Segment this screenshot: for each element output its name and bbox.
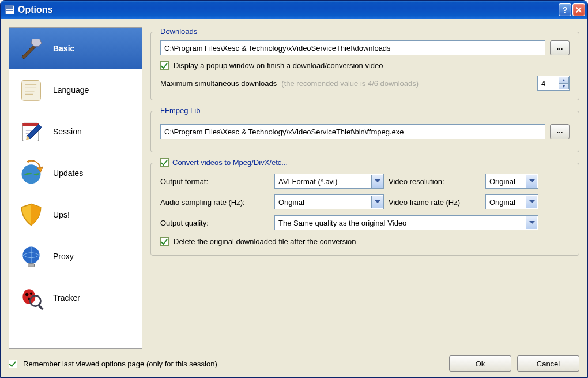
output-quality-label: Output quality: [160,219,270,227]
output-format-select[interactable]: AVI Format (*.avi) [274,174,384,189]
help-button[interactable]: ? [559,3,571,16]
svg-point-7 [30,292,33,295]
sidebar-item-session[interactable]: Session [9,111,142,152]
max-downloads-value[interactable] [538,79,557,88]
chevron-down-icon [526,196,537,208]
convert-group: Convert videos to Mpeg/DivX/etc... Outpu… [150,163,579,256]
video-frame-rate-select[interactable]: Original [485,194,538,209]
options-panel: Downloads ... Display a popup window on … [150,27,579,349]
video-resolution-value: Original [489,177,525,186]
ffmpeg-browse-button[interactable]: ... [550,124,570,139]
spinner-down-icon[interactable]: ▼ [559,83,569,89]
audio-rate-value: Original [278,198,371,207]
video-frame-rate-value: Original [489,198,525,207]
footer: Remember last viewed options page (only … [9,349,579,372]
convert-checkbox[interactable] [160,158,169,167]
ffmpeg-path-input[interactable] [160,124,545,139]
chevron-down-icon [526,175,537,188]
sidebar-item-basic[interactable]: Basic [9,28,142,69]
svg-rect-1 [22,123,38,126]
video-resolution-label: Video resolution: [389,177,481,186]
downloads-path-input[interactable] [160,40,545,55]
delete-original-label: Delete the original downloaded file afte… [174,237,356,246]
close-button[interactable] [572,3,585,16]
cancel-button[interactable]: Cancel [517,355,579,372]
globe-network-icon [17,242,45,270]
max-downloads-hint: (the recomended value is 4/6 downloads) [281,79,419,88]
chevron-down-icon [371,175,383,188]
shield-icon [17,201,45,229]
window-title: Options [18,5,559,15]
sidebar-item-label: Language [53,85,89,95]
spinner-up-icon[interactable]: ▲ [559,77,569,83]
max-downloads-spinner[interactable]: ▲ ▼ [537,76,570,91]
remember-checkbox[interactable] [9,360,17,368]
app-icon [5,5,14,14]
hammer-icon [17,35,45,62]
output-format-label: Output format: [160,177,270,186]
sidebar-item-label: Updates [53,169,83,178]
sidebar-item-language[interactable]: Language [9,69,142,111]
sidebar-item-label: Tracker [53,293,80,302]
audio-rate-select[interactable]: Original [274,194,384,209]
ok-button[interactable]: Ok [449,355,511,372]
bug-magnifier-icon [17,284,45,312]
svg-point-6 [25,293,28,297]
convert-title-label: Convert videos to Mpeg/DivX/etc... [172,158,288,167]
ffmpeg-group: FFmpeg Lib ... [150,111,579,152]
convert-group-title: Convert videos to Mpeg/DivX/etc... [157,158,291,167]
remember-label: Remember last viewed options page (only … [23,360,217,368]
output-quality-value: The Same quality as the original Video [278,219,525,227]
output-format-value: AVI Format (*.avi) [278,177,371,186]
sidebar-item-updates[interactable]: Updates [9,152,142,194]
chevron-down-icon [526,216,537,229]
max-downloads-label: Maximum simultaneous downloads [160,79,277,88]
ffmpeg-group-title: FFmpeg Lib [157,106,203,115]
sidebar-item-ups[interactable]: Ups! [9,194,142,235]
options-window: Options ? Basic Language [0,0,588,378]
sidebar-item-label: Session [53,127,82,136]
notepad-pen-icon [17,118,45,145]
sidebar-item-proxy[interactable]: Proxy [9,235,142,277]
scroll-icon [17,76,45,104]
popup-label: Display a popup window on finish a downl… [174,61,383,70]
sidebar-item-tracker[interactable]: Tracker [9,277,142,319]
content-area: Basic Language Session [1,19,587,377]
sidebar-item-label: Basic [53,44,74,53]
chevron-down-icon [371,196,383,208]
delete-original-checkbox[interactable] [160,237,169,246]
video-resolution-select[interactable]: Original [485,174,538,189]
downloads-browse-button[interactable]: ... [550,40,570,55]
globe-refresh-icon [17,159,45,187]
svg-rect-4 [28,264,35,267]
audio-rate-label: Audio sampling rate (Hz): [160,198,270,207]
downloads-group-title: Downloads [157,27,201,36]
sidebar: Basic Language Session [9,27,142,349]
video-frame-rate-label: Video frame rate (Hz) [389,198,481,207]
sidebar-item-label: Ups! [53,210,70,219]
downloads-group: Downloads ... Display a popup window on … [150,32,579,100]
output-quality-select[interactable]: The Same quality as the original Video [274,215,538,230]
window-buttons: ? [559,3,585,16]
popup-checkbox[interactable] [160,61,169,70]
titlebar[interactable]: Options ? [1,1,587,19]
sidebar-item-label: Proxy [53,252,74,261]
